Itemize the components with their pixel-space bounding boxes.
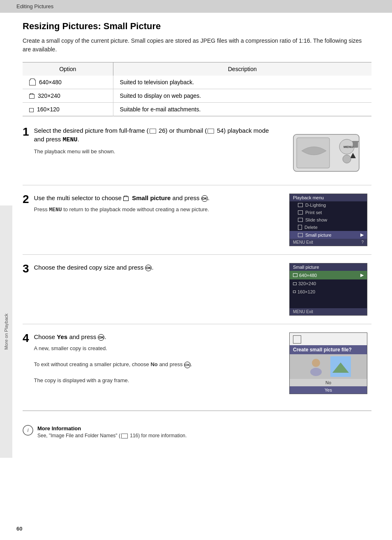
sp-icon-160: [293, 291, 296, 293]
top-bar: Editing Pictures: [0, 0, 392, 13]
ok-button-4b: OK: [184, 362, 191, 368]
step-2-bold: Small picture: [132, 194, 171, 201]
step-4-p3: The copy is displayed with a gray frame.: [34, 376, 273, 385]
confirm-dialog: Create small picture file? No Yes: [289, 332, 367, 394]
menu-item-delete: Delete: [290, 224, 367, 231]
step-number-4: 4: [23, 332, 29, 344]
menu-item-printset: Print set: [290, 209, 367, 216]
confirm-buttons: No Yes: [290, 379, 367, 394]
svg-point-8: [312, 359, 320, 367]
ref-icon-26: [150, 129, 156, 134]
confirm-preview: [290, 354, 367, 379]
table-row: 640×480 Suited to television playback.: [23, 76, 371, 89]
menu-item-smallpic: Small picture ▶: [290, 231, 367, 239]
option-cell: 320×240: [23, 89, 113, 103]
dlighting-label: D-Lighting: [305, 203, 326, 208]
menu-item-dlighting: D-Lighting: [290, 201, 367, 209]
yes-bold: Yes: [57, 333, 67, 340]
ok-button-3: OK: [145, 265, 152, 271]
step-1-left: 1 Select the desired picture from full-f…: [23, 126, 289, 156]
more-info-content: i More Information See, "Image File and …: [23, 421, 371, 438]
confirm-no-option[interactable]: No: [290, 379, 367, 386]
svg-text:i: i: [28, 427, 29, 433]
ok-button-4: OK: [98, 334, 104, 341]
table-row: 320×240 Suited to display on web pages.: [23, 89, 371, 103]
options-table: Option Description 640×480 Suited to tel…: [23, 62, 371, 116]
delete-icon: [298, 225, 302, 230]
sp-label-320: 320×240: [298, 281, 316, 286]
step-3-image: Small picture 640×480 ▶ 320×240 160×120 …: [289, 263, 371, 316]
ref-icon-info: [121, 434, 128, 438]
step-number-2: 2: [23, 194, 29, 205]
icon-320: [29, 94, 35, 99]
playback-menu-title: Playback menu: [290, 194, 367, 201]
description-cell: Suited to display on web pages.: [113, 89, 371, 103]
option-size: 640×480: [39, 79, 62, 85]
sp-item-320: 320×240: [290, 279, 367, 288]
step-1-content: Select the desired picture from full-fra…: [34, 126, 273, 156]
preview-person: [306, 356, 326, 377]
step-4-content: Choose Yes and press OK. A new, smaller …: [34, 332, 273, 385]
svg-rect-6: [352, 141, 359, 142]
icon-small: [123, 196, 129, 201]
page-number: 60: [16, 526, 22, 532]
sp-item-640: 640×480 ▶: [290, 271, 367, 279]
step-4-left: 4 Choose Yes and press OK. A new, smalle…: [23, 332, 289, 385]
intro-text: Create a small copy of the current pictu…: [23, 37, 371, 54]
step-2-content: Use the multi selector to choose Small p…: [34, 194, 273, 214]
info-icon-wrapper: i: [23, 425, 33, 437]
description-cell: Suited to television playback.: [113, 76, 371, 89]
step-1-header: Select the desired picture from full-fra…: [34, 126, 273, 144]
confirm-yes-option[interactable]: Yes: [290, 386, 367, 394]
ref-icon-54: [208, 129, 214, 134]
sp-label-640: 640×480: [299, 273, 317, 278]
preview-landscape: [330, 356, 351, 377]
sp-menu-title: Small picture: [290, 263, 367, 271]
sp-item-160: 160×120: [290, 288, 367, 296]
playback-menu-screenshot: Playback menu D-Lighting Print set Slide…: [289, 194, 367, 246]
step-2: 2 Use the multi selector to choose Small…: [23, 194, 371, 255]
step-4-image: Create small picture file? No Yes: [289, 332, 371, 394]
sp-icon-320: [293, 282, 297, 285]
info-text-block: More Information See, "Image File and Fo…: [37, 425, 187, 438]
section-label: Editing Pictures: [16, 3, 53, 9]
step-1: 1 Select the desired picture from full-f…: [23, 126, 371, 185]
ok-button: OK: [201, 195, 208, 202]
help-icon: ?: [361, 240, 364, 245]
step-4-p2: To exit without creating a smaller pictu…: [34, 360, 273, 369]
more-info-title: More Information: [37, 425, 81, 432]
step-2-desc: Press MENU to return to the playback mod…: [34, 205, 273, 214]
svg-text:MENU: MENU: [344, 145, 353, 149]
svg-point-9: [310, 368, 322, 376]
table-row: 160×120 Suitable for e-mail attachments.: [23, 103, 371, 116]
menu-item-slideshow: Slide show: [290, 216, 367, 224]
step-3-header: Choose the desired copy size and press O…: [34, 263, 273, 272]
small-pic-menu: Small picture 640×480 ▶ 320×240 160×120 …: [289, 263, 367, 316]
step-3-left: 3 Choose the desired copy size and press…: [23, 263, 289, 275]
sidebar-label: More on Playback: [4, 314, 9, 350]
smallpic-label: Small picture: [305, 233, 332, 238]
sp-icon-640: [293, 273, 297, 277]
sp-exit-label: MENU Exit: [293, 309, 313, 314]
option-cell: 160×120: [23, 103, 113, 116]
slideshow-label: Slide show: [305, 217, 327, 222]
step-4-p1: A new, smaller copy is created.: [34, 344, 273, 353]
more-info-section: i More Information See, "Image File and …: [23, 411, 371, 438]
option-size: 320×240: [38, 92, 60, 99]
step-number-1: 1: [23, 126, 29, 138]
arrow-right-2: ▶: [360, 272, 364, 278]
step-1-image: MENU: [289, 126, 371, 177]
option-size: 160×120: [37, 106, 60, 113]
sp-menu-bottom: MENU Exit: [290, 308, 367, 315]
step-2-image: Playback menu D-Lighting Print set Slide…: [289, 194, 371, 246]
step-3: 3 Choose the desired copy size and press…: [23, 263, 371, 324]
step-number-3: 3: [23, 263, 29, 275]
smallpic-icon: [298, 233, 303, 237]
confirm-question: Create small picture file?: [290, 345, 367, 354]
playback-menu-bottom: MENU Exit ?: [290, 239, 367, 246]
printset-icon: [298, 210, 303, 215]
step-2-left: 2 Use the multi selector to choose Small…: [23, 194, 289, 214]
icon-640: [29, 80, 36, 85]
more-info-text: See, "Image File and Folder Names" ( 116…: [37, 433, 187, 438]
sidebar-strip: More on Playback: [0, 205, 12, 458]
